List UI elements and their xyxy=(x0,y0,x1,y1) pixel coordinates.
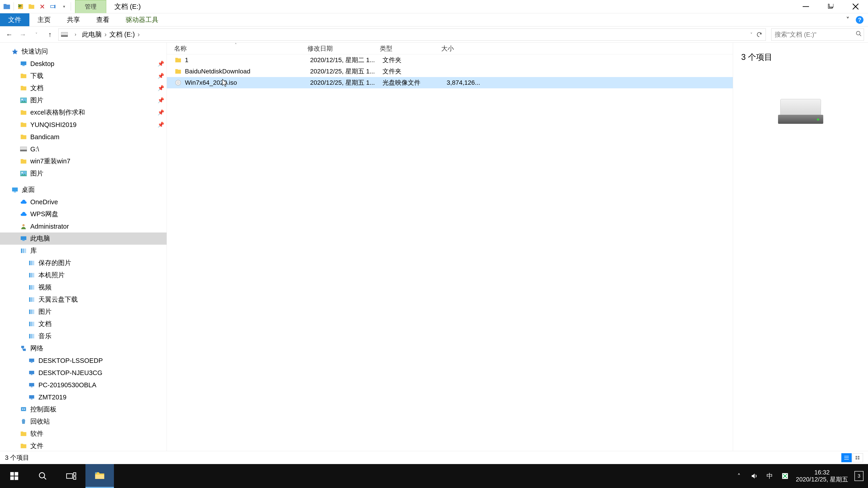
tree-pinned-item[interactable]: G:\ xyxy=(0,143,166,155)
file-row[interactable]: 12020/12/15, 星期二 1...文件夹 xyxy=(167,55,733,66)
tree-pinned-item[interactable]: win7重装win7 xyxy=(0,155,166,167)
svg-rect-64 xyxy=(858,458,860,459)
tree-item[interactable]: OneDrive xyxy=(0,196,166,208)
tree-library-item[interactable]: 本机照片 xyxy=(0,269,166,281)
tree-item[interactable]: Administrator xyxy=(0,220,166,232)
minimize-button[interactable] xyxy=(794,0,818,13)
tray-app-icon[interactable] xyxy=(780,471,789,481)
help-icon[interactable]: ? xyxy=(856,16,864,24)
refresh-button[interactable] xyxy=(755,30,764,39)
tree-label: 保存的图片 xyxy=(38,258,71,267)
breadcrumb-root-chevron-icon[interactable]: › xyxy=(70,29,81,40)
qat-dropdown-icon[interactable]: ▾ xyxy=(59,2,68,11)
tree-software[interactable]: 软件 xyxy=(0,428,166,440)
up-button[interactable]: ↑ xyxy=(45,29,55,40)
svg-rect-21 xyxy=(21,249,22,253)
tree-pinned-item[interactable]: 图片 xyxy=(0,167,166,180)
tree-network-pc[interactable]: ZMT2019 xyxy=(0,391,166,403)
back-button[interactable]: ← xyxy=(4,29,14,40)
crumb-current[interactable]: 文档 (E:) xyxy=(108,30,136,39)
taskbar-search-button[interactable] xyxy=(29,464,57,488)
view-details-button[interactable] xyxy=(841,453,852,462)
tree-label: PC-20190530OBLA xyxy=(38,381,96,389)
clock-date: 2020/12/25, 星期五 xyxy=(796,476,848,483)
tree-library-item[interactable]: 图片 xyxy=(0,306,166,318)
tree-pinned-item[interactable]: Bandicam xyxy=(0,131,166,143)
tree-control-panel[interactable]: 控制面板 xyxy=(0,403,166,416)
view-icons-button[interactable] xyxy=(852,453,863,462)
taskbar-clock[interactable]: 16:32 2020/12/25, 星期五 xyxy=(796,469,848,483)
col-size[interactable]: 大小 xyxy=(441,44,480,53)
tree-library-item[interactable]: 保存的图片 xyxy=(0,257,166,269)
chevron-right-icon[interactable]: › xyxy=(137,31,140,38)
qat-rename-icon[interactable] xyxy=(49,2,58,11)
file-type: 光盘映像文件 xyxy=(382,78,444,87)
tree-recycle-bin[interactable]: 回收站 xyxy=(0,416,166,428)
tree-library-item[interactable]: 视频 xyxy=(0,281,166,293)
folder-icon xyxy=(20,145,28,153)
tray-overflow-icon[interactable]: ˄ xyxy=(735,471,743,481)
file-list[interactable]: ˄ 名称 修改日期 类型 大小 12020/12/15, 星期二 1...文件夹… xyxy=(167,43,733,451)
svg-rect-29 xyxy=(33,273,34,278)
action-center-button[interactable]: 3 xyxy=(855,471,864,481)
svg-rect-27 xyxy=(29,273,31,278)
tree-desktop[interactable]: 桌面 xyxy=(0,184,166,196)
expand-ribbon-icon[interactable]: ˅ xyxy=(844,16,852,24)
nav-tree[interactable]: 快速访问 Desktop📌下载📌文档📌图片📌excel表格制作求和📌YUNQIS… xyxy=(0,43,167,451)
col-type-label: 类型 xyxy=(380,45,393,52)
tab-home[interactable]: 主页 xyxy=(29,13,59,26)
maximize-button[interactable] xyxy=(818,0,843,13)
tree-item[interactable]: 库 xyxy=(0,245,166,257)
tree-item[interactable]: 此电脑 xyxy=(0,232,166,245)
file-date: 2020/12/15, 星期二 1... xyxy=(310,56,382,64)
forward-button[interactable]: → xyxy=(18,29,28,40)
tab-file[interactable]: 文件 xyxy=(0,13,29,26)
status-text: 3 个项目 xyxy=(5,453,29,462)
col-name[interactable]: 名称 xyxy=(174,44,307,53)
svg-rect-39 xyxy=(29,322,31,326)
tree-network[interactable]: 网络 xyxy=(0,342,166,355)
tree-library-item[interactable]: 音乐 xyxy=(0,330,166,342)
tab-view[interactable]: 查看 xyxy=(88,13,118,26)
file-row[interactable]: Win7x64_2020.iso2020/12/25, 星期五 1...光盘映像… xyxy=(167,77,733,88)
tree-item[interactable]: WPS网盘 xyxy=(0,208,166,220)
ime-indicator[interactable]: 中 xyxy=(765,471,774,481)
col-type[interactable]: 类型 xyxy=(380,44,441,53)
tree-library-item[interactable]: 文档 xyxy=(0,318,166,330)
tree-network-pc[interactable]: DESKTOP-LSSOEDP xyxy=(0,355,166,367)
tree-files[interactable]: 文件 xyxy=(0,440,166,451)
tree-quick-access[interactable]: 快速访问 xyxy=(0,45,166,58)
tree-pinned-item[interactable]: Desktop📌 xyxy=(0,58,166,70)
tree-pinned-item[interactable]: 下载📌 xyxy=(0,70,166,82)
address-bar[interactable]: › 此电脑 › 文档 (E:) › ˅ xyxy=(58,29,766,41)
tree-label: YUNQISHI2019 xyxy=(30,121,76,129)
tree-pinned-item[interactable]: YUNQISHI2019📌 xyxy=(0,119,166,131)
address-dropdown-icon[interactable]: ˅ xyxy=(750,32,752,37)
qat-delete-icon[interactable] xyxy=(38,2,47,11)
tree-library-item[interactable]: 天翼云盘下载 xyxy=(0,293,166,306)
start-button[interactable] xyxy=(0,464,29,488)
col-date[interactable]: 修改日期 xyxy=(307,44,380,53)
file-row[interactable]: BaiduNetdiskDownload2020/12/25, 星期五 1...… xyxy=(167,66,733,77)
taskbar-explorer-button[interactable] xyxy=(86,464,114,488)
search-input[interactable] xyxy=(775,31,856,38)
search-box[interactable] xyxy=(771,29,864,41)
volume-icon[interactable] xyxy=(750,471,759,481)
tree-pinned-item[interactable]: excel表格制作求和📌 xyxy=(0,106,166,119)
qat-properties-icon[interactable] xyxy=(16,2,25,11)
tree-network-pc[interactable]: PC-20190530OBLA xyxy=(0,379,166,391)
crumb-this-pc[interactable]: 此电脑 xyxy=(81,30,103,39)
tree-pinned-item[interactable]: 图片📌 xyxy=(0,94,166,106)
close-button[interactable] xyxy=(843,0,868,13)
tree-label: ZMT2019 xyxy=(38,394,66,401)
tree-pinned-item[interactable]: 文档📌 xyxy=(0,82,166,94)
tab-drive-tools[interactable]: 驱动器工具 xyxy=(118,13,166,26)
task-view-button[interactable] xyxy=(57,464,86,488)
recent-dropdown-icon[interactable]: ˅ xyxy=(31,29,41,40)
chevron-right-icon[interactable]: › xyxy=(104,31,107,38)
control-panel-icon xyxy=(20,405,28,414)
tree-network-pc[interactable]: DESKTOP-NJEU3CG xyxy=(0,367,166,379)
qat-new-folder-icon[interactable] xyxy=(27,2,36,11)
search-icon[interactable] xyxy=(856,31,862,38)
tab-share[interactable]: 共享 xyxy=(59,13,88,26)
